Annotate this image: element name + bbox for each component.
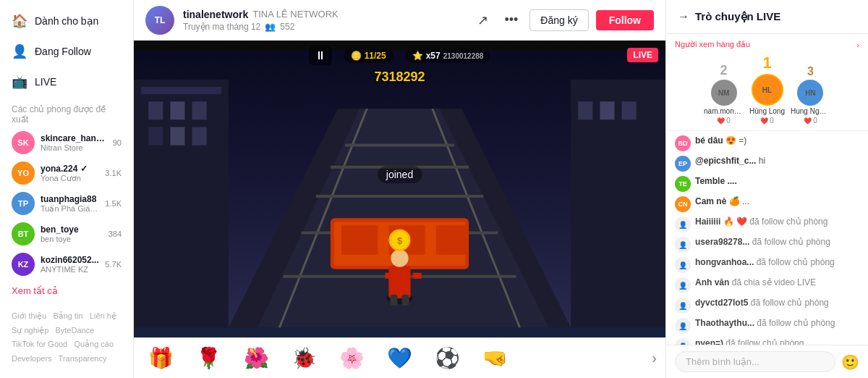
subscribe-button[interactable]: Đăng ký [529,9,588,31]
channel-avatar-yona224: YO [12,161,35,185]
gift-emoji-gift2: 🌹 [196,346,221,370]
top-bar-actions: ↗ ••• Đăng ký Follow [473,8,654,33]
chat-message: BD bé dâu 😍 =) [675,135,859,151]
more-options-button[interactable]: ••• [500,8,522,32]
gift-item-gift6[interactable]: 💙 [381,346,417,370]
gift-emoji-gift8: 🤜 [482,346,508,370]
gift-item-gift5[interactable]: 🌸 [333,346,370,370]
system-text: usera98278... đã follow chủ phòng [695,237,830,247]
top-viewers-section: Người xem hàng đầu › 2 NM nam.monkey ❤️0… [666,34,868,131]
viewers-count: 552 [280,22,294,32]
chat-text: hi [759,156,765,166]
sidebar: 🏠Dành cho bạn👤Đang Follow📺LIVE Các chủ p… [0,0,134,378]
svg-text:$: $ [397,236,402,246]
channel-name-tuanphagia88: tuanphagia88 [41,194,99,204]
channel-info-ben_toye: ben_toye ben toye [41,224,103,243]
viewer-name-1: Hùng Long [749,107,785,115]
viewer-avatar-2: NM [711,80,737,106]
top-viewers-more[interactable]: › [856,41,859,49]
chat-input[interactable] [675,351,835,372]
gift-item-gift7[interactable]: ⚽ [429,346,465,370]
streamer-username: tinalenetwork [183,9,248,20]
video-background: $ ⏸ 🪙 11/25 ⭐ x57 2130012288 7318292 LIV… [134,41,665,337]
gift-item-gift8[interactable]: 🤜 [477,346,513,370]
gift-item-gift2[interactable]: 🌹 [190,346,226,370]
svg-rect-14 [170,101,184,119]
live-icon: 📺 [12,74,27,90]
sidebar-nav-label-live: LIVE [35,76,56,88]
gift-item-gift3[interactable]: 🌺 [238,346,274,370]
chat-content: Cam nè 🍊 ... [695,196,859,206]
channel-item-skincare_hani[interactable]: SK skincare_hani... Nitran Store 90 [0,127,133,158]
gift-item-gift4[interactable]: 🐞 [286,346,322,370]
channel-item-tuanphagia88[interactable]: TP tuanphagia88 Tuấn Phá Giá 88 1.5K [0,188,133,219]
viewer-score-1: ❤️0 [760,117,774,125]
svg-rect-29 [388,266,410,298]
system-text: Thaothaythu... đã follow chủ phòng [695,318,835,328]
channel-count-ben_toye: 384 [109,230,122,238]
channel-avatar-ben_toye: BT [12,222,35,245]
svg-rect-22 [622,101,637,119]
chat-content: Temble .... [695,176,859,186]
pause-button[interactable]: ⏸ [309,46,332,65]
system-message: 👤 Anh văn đã chia sẻ video LIVE [675,277,859,293]
channel-avatar-tuanphagia88: TP [12,192,35,215]
chat-avatar: EP [675,156,691,172]
viewer-rank-3: 3 [807,65,814,78]
channel-item-ben_toye[interactable]: BT ben_toye ben toye 384 [0,219,133,249]
svg-rect-21 [600,101,614,119]
svg-rect-12 [141,87,221,94]
following-icon: 👤 [12,43,27,59]
sidebar-nav-live[interactable]: 📺LIVE [0,67,133,97]
gift-item-gift1[interactable]: 🎁 [142,346,179,370]
svg-rect-18 [192,127,207,145]
channel-item-yona224[interactable]: YO yona.224 ✓ Yona Cươn 3.1K [0,158,133,188]
channel-info-skincare_hani: skincare_hani... Nitran Store [41,133,107,152]
system-text: Haiiiiii 🔥 ❤️ đã follow chủ phòng [695,217,827,227]
viewer-card-1: 1 HL Hùng Long ❤️0 [749,54,785,125]
system-text: Anh văn đã chia sẻ video LIVE [695,277,816,287]
channel-count-yona224: 3.1K [105,169,122,177]
chat-message: EP @epicshfit_c... hi [675,156,859,172]
channel-avatar-kozin662052: KZ [12,253,35,276]
gift-emoji-gift3: 🌺 [244,346,269,370]
main-content: TL tinalenetwork TINA LÊ NETWORK Truyện … [134,0,665,378]
viewer-name-3: Hung Nguyen [791,107,830,115]
chat-text: ... [742,196,749,206]
channel-avatar-skincare_hani: SK [12,131,35,154]
chat-input-row: 🙂 [666,345,868,378]
chat-message: CN Cam nè 🍊 ... [675,196,859,212]
see-all-link[interactable]: Xem tất cả [0,280,133,302]
system-text: dyvctd27lot5 đã follow chủ phòng [695,298,829,308]
emoji-button[interactable]: 🙂 [841,353,859,371]
channel-name-kozin662052: kozin662052... [41,255,99,265]
viewers-icon: 👥 [265,22,276,32]
sidebar-nav-following[interactable]: 👤Đang Follow [0,36,133,67]
follow-button[interactable]: Follow [596,10,654,30]
svg-rect-34 [402,295,409,306]
chat-messages: BD bé dâu 😍 =) EP @epicshfit_c... hi TE … [666,131,868,345]
channel-item-kozin662052[interactable]: KZ kozin662052... ANYTIME KZ 5.7K [0,249,133,280]
share-button[interactable]: ↗ [473,8,493,33]
channel-sub-ben_toye: ben toye [41,235,103,243]
system-message: 👤 hongvanhoa... đã follow chủ phòng [675,257,859,273]
svg-rect-33 [390,295,397,306]
stream-title: Truyện ma tháng 12 [183,22,260,32]
channel-sub-tuanphagia88: Tuấn Phá Giá 88 [41,204,99,214]
chat-text: =) [739,135,746,146]
system-message: 👤 dyvctd27lot5 đã follow chủ phòng [675,298,859,314]
system-icon: 👤 [675,338,691,345]
gift-emoji-gift5: 🌸 [339,346,365,370]
svg-point-30 [391,250,408,267]
channel-name-yona224: yona.224 ✓ [41,164,99,174]
viewer-avatar-1: HL [752,74,783,106]
streamer-info: tinalenetwork TINA LÊ NETWORK Truyện ma … [183,9,464,32]
viewer-name-2: nam.monkey [704,107,744,115]
top-bar: TL tinalenetwork TINA LÊ NETWORK Truyện … [134,0,665,41]
system-icon: 👤 [675,217,691,232]
gift-next-button[interactable]: › [652,350,657,366]
chat-content: bé dâu 😍 =) [695,135,859,146]
svg-rect-32 [413,273,422,279]
sidebar-nav-for-you[interactable]: 🏠Dành cho bạn [0,6,133,36]
chat-content: @epicshfit_c... hi [695,156,859,166]
